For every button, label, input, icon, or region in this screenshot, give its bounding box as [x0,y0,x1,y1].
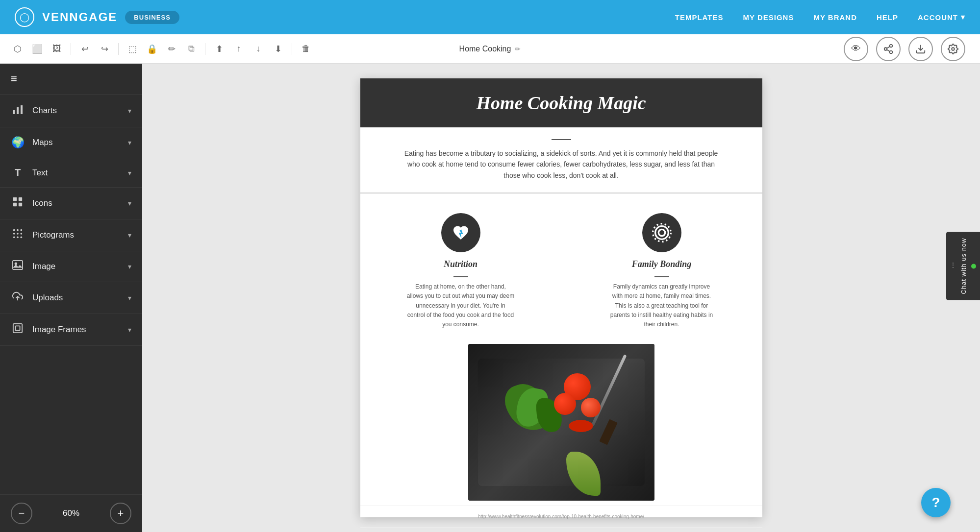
zoom-out-button[interactable]: − [11,503,32,524]
share-button[interactable] [876,37,901,61]
svg-point-0 [890,44,893,47]
sidebar-item-pictograms[interactable]: Pictograms ▾ [0,219,142,251]
infographic: Home Cooking Magic Eating has become a t… [360,78,762,517]
maps-icon: 🌍 [11,136,25,149]
toolbar-copy[interactable]: ⧉ [183,41,199,57]
charts-chevron: ▾ [128,107,131,115]
maps-chevron: ▾ [128,139,131,146]
sidebar-item-charts[interactable]: Charts ▾ [0,95,142,127]
svg-point-19 [21,233,23,235]
image-frames-icon [11,323,25,337]
nutrition-title: Nutrition [444,259,477,269]
svg-point-29 [658,230,665,236]
toolbar-delete[interactable]: 🗑 [298,41,314,57]
image-label: Image [32,262,55,271]
sidebar-item-uploads[interactable]: Uploads ▾ [0,282,142,314]
nav-help[interactable]: HELP [877,13,898,22]
toolbar-divider-3 [205,43,205,55]
business-badge[interactable]: BUSINESS [125,11,179,24]
zoom-in-button[interactable]: + [110,503,131,524]
toolbar-actions: 👁 [844,37,965,61]
nutrition-divider [453,276,468,277]
text-chevron: ▾ [128,169,131,177]
food-image [468,344,654,501]
chat-dots: ⋮ [950,261,956,268]
canvas-area[interactable]: Home Cooking Magic Eating has become a t… [142,64,980,532]
svg-rect-26 [13,324,22,333]
infographic-intro: Eating has become a tributary to sociali… [360,127,762,193]
design-title-text: Home Cooking [459,45,511,53]
infographic-title: Home Cooking Magic [476,92,646,114]
charts-label: Charts [32,106,57,116]
download-button[interactable] [908,37,933,61]
design-edit-icon[interactable]: ✏ [515,45,521,53]
chat-online-indicator [971,264,976,268]
svg-point-1 [884,48,887,50]
uploads-label: Uploads [32,293,63,303]
svg-rect-10 [13,197,17,201]
toolbar-divider-2 [118,43,119,55]
nav-left: ◯ VENNGAGE BUSINESS [15,7,179,27]
sidebar-item-image-frames[interactable]: Image Frames ▾ [0,314,142,346]
svg-point-15 [17,229,19,231]
logo-icon: ◯ [15,7,34,27]
pictograms-label: Pictograms [32,230,74,240]
svg-point-30 [655,226,668,240]
nav-mydesigns[interactable]: MY DESIGNS [743,13,794,22]
toolbar-send-back[interactable]: ⬇ [270,41,286,57]
toolbar: ⬡ ⬜ 🖼 ↩ ↪ ⬚ 🔒 ✏ ⧉ ⬆ ↑ ↓ ⬇ 🗑 Home Cooking… [0,34,980,64]
icons-chevron: ▾ [128,199,131,207]
app-name: VENNGAGE [42,10,117,24]
settings-button[interactable] [941,37,965,61]
svg-rect-7 [13,110,15,114]
zoom-value: 60% [32,508,110,518]
toolbar-redo[interactable]: ↪ [97,41,112,57]
nav-account[interactable]: ACCOUNT ▾ [918,13,965,22]
toolbar-edit[interactable]: ✏ [164,41,179,57]
nav-mybrand[interactable]: MY BRAND [813,13,857,22]
toolbar-undo[interactable]: ↩ [77,41,93,57]
food-image-container [360,339,762,506]
svg-rect-27 [15,326,20,330]
sidebar-item-maps[interactable]: 🌍 Maps ▾ [0,127,142,158]
svg-rect-12 [13,203,17,206]
toolbar-bring-front[interactable]: ⬆ [211,41,227,57]
sidebar-item-icons[interactable]: Icons ▾ [0,188,142,219]
svg-point-6 [952,48,955,50]
svg-line-3 [887,49,890,51]
svg-rect-13 [19,203,22,206]
toolbar-pointer[interactable]: ⬡ [10,41,25,57]
svg-rect-9 [21,105,23,114]
sidebar-item-text[interactable]: T Text ▾ [0,158,142,188]
toolbar-lock[interactable]: 🔒 [144,41,160,57]
chat-label: Chat with us now [960,238,967,294]
preview-button[interactable]: 👁 [844,37,868,61]
family-bonding-section: Family Bonding Family dynamics can great… [561,203,762,339]
save-money-section: Save Money Eating dinner out is expensiv… [561,528,762,532]
uploads-chevron: ▾ [128,294,131,302]
nutrition-text: Eating at home, on the other hand, allow… [407,282,515,329]
charts-icon [11,103,25,118]
toolbar-send-backward[interactable]: ↓ [251,41,266,57]
pictograms-chevron: ▾ [128,231,131,239]
svg-rect-11 [19,197,22,201]
svg-point-21 [17,237,19,239]
nutrition-icon [441,213,480,252]
image-frames-label: Image Frames [32,325,86,335]
toolbar-resize[interactable]: ⬚ [125,41,140,57]
nav-templates[interactable]: TEMPLATES [675,13,724,22]
toolbar-select[interactable]: ⬜ [29,41,45,57]
toolbar-divider-4 [292,43,292,55]
svg-point-14 [13,229,15,231]
family-bonding-icon [642,213,681,252]
toolbar-image[interactable]: 🖼 [49,41,65,57]
pictograms-icon [11,228,25,242]
toolbar-bring-forward[interactable]: ↑ [231,41,247,57]
svg-point-16 [21,229,23,231]
sidebar-item-image[interactable]: Image ▾ [0,251,142,282]
family-bonding-text: Family dynamics can greatly improve with… [608,282,716,329]
sidebar-menu-toggle[interactable]: ≡ [0,64,142,95]
svg-rect-23 [13,261,23,269]
chat-panel[interactable]: ⋮ Chat with us now [946,232,980,300]
help-fab[interactable]: ? [921,488,951,517]
